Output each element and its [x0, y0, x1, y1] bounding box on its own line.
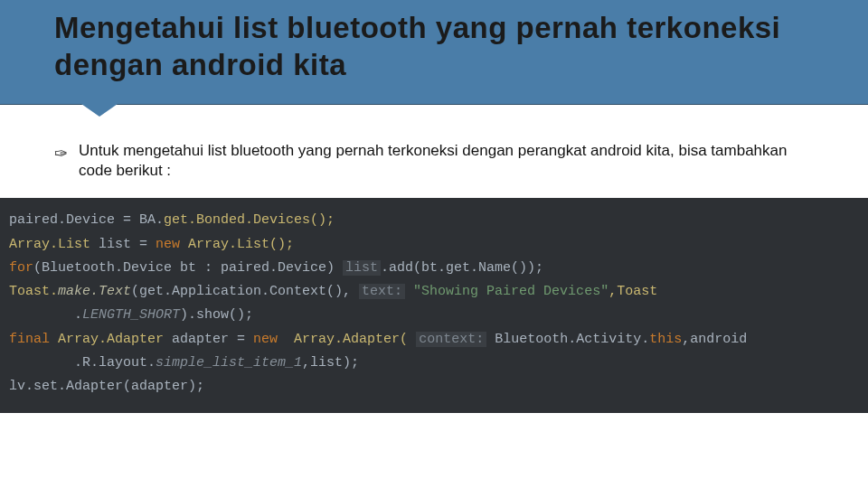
bullet-icon: ✑ [54, 143, 68, 164]
header-notch [81, 104, 118, 117]
code-line-3: for(Bluetooth.Device bt : paired.Device)… [9, 260, 543, 276]
code-line-6: final Array.Adapter adapter = new Array.… [9, 332, 747, 347]
slide-title: Mengetahui list bluetooth yang pernah te… [54, 9, 814, 84]
code-line-8: lv.set.Adapter(adapter); [9, 379, 204, 394]
bullet-text: Untuk mengetahui list bluetooth yang per… [79, 141, 814, 183]
code-line-2: Array.List list = new Array.List(); [9, 237, 294, 252]
code-block: paired.Device = BA.get.Bonded.Devices();… [0, 198, 868, 413]
code-line-7: .R.layout.simple_list_item_1,list); [9, 355, 359, 371]
slide-header: Mengetahui list bluetooth yang pernah te… [0, 0, 868, 105]
code-line-4: Toast.make.Text(get.Application.Context(… [9, 284, 657, 299]
code-line-1: paired.Device = BA.get.Bonded.Devices(); [9, 212, 335, 228]
slide-content: ✑ Untuk mengetahui list bluetooth yang p… [0, 105, 868, 193]
code-line-5: .LENGTH_SHORT).show(); [9, 307, 253, 323]
bullet-item: ✑ Untuk mengetahui list bluetooth yang p… [54, 141, 814, 183]
